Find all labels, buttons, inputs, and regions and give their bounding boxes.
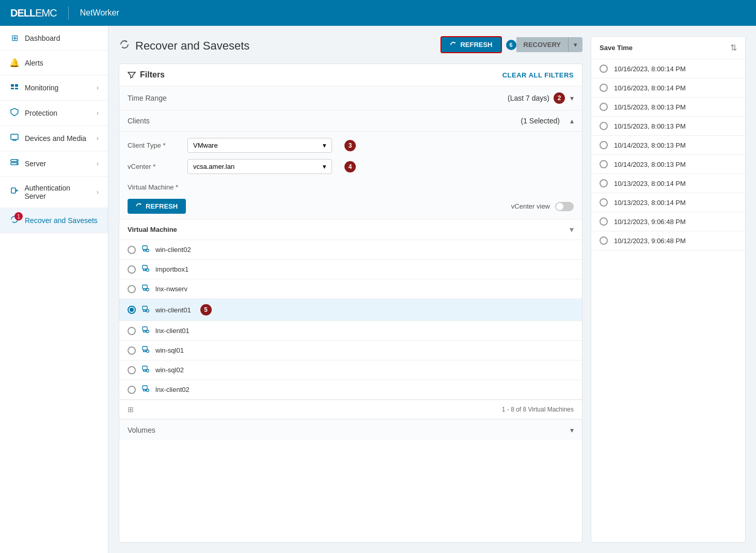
radio-button[interactable] <box>128 306 136 314</box>
table-row[interactable]: lnx-nwserv <box>119 279 582 299</box>
list-item[interactable]: 10/16/2023, 8:00:14 PM <box>591 78 745 98</box>
list-item[interactable]: 10/12/2023, 9:06:48 PM <box>591 231 745 250</box>
sidebar-item-alerts[interactable]: 🔔 Alerts <box>0 51 108 75</box>
radio-button[interactable] <box>600 84 608 92</box>
save-time-value: 10/13/2023, 8:00:14 PM <box>614 180 686 187</box>
vm-name: win-sql02 <box>155 366 184 374</box>
table-row[interactable]: win-client02 <box>119 240 582 260</box>
sidebar: ⊞ Dashboard 🔔 Alerts Monitoring › Protec… <box>0 26 108 553</box>
radio-button[interactable] <box>128 386 136 394</box>
radio-button[interactable] <box>128 346 136 355</box>
list-item[interactable]: 10/14/2023, 8:00:13 PM <box>591 136 745 155</box>
page-title-icon <box>119 39 130 53</box>
radio-button[interactable] <box>600 198 608 207</box>
radio-button[interactable] <box>600 65 608 73</box>
radio-button[interactable] <box>600 236 608 245</box>
radio-button[interactable] <box>600 217 608 226</box>
vm-name: importbox1 <box>155 265 188 273</box>
table-row[interactable]: lnx-client02 <box>119 380 582 400</box>
vm-name: lnx-client01 <box>155 327 190 335</box>
sidebar-item-label: Recover and Savesets <box>25 216 98 225</box>
save-time-value: 10/15/2023, 8:00:13 PM <box>614 103 686 111</box>
action-refresh-button[interactable]: REFRESH <box>440 36 501 53</box>
table-row[interactable]: win-sql02 <box>119 360 582 380</box>
radio-button[interactable] <box>128 246 136 254</box>
columns-icon[interactable]: ⊞ <box>128 405 134 414</box>
svg-rect-25 <box>143 386 147 389</box>
radio-button[interactable] <box>600 103 608 111</box>
list-item[interactable]: 10/15/2023, 8:00:13 PM <box>591 117 745 136</box>
table-row[interactable]: win-sql01 <box>119 341 582 360</box>
table-row[interactable]: importbox1 <box>119 260 582 279</box>
volumes-chevron[interactable]: ▾ <box>570 426 574 434</box>
radio-button[interactable] <box>600 179 608 187</box>
radio-button[interactable] <box>128 366 136 374</box>
clients-selected-value: (1 Selected) <box>521 117 560 125</box>
recovery-dropdown-button[interactable]: ▾ <box>568 37 582 52</box>
vm-icon <box>142 285 149 293</box>
sidebar-item-server[interactable]: Server › <box>0 151 108 177</box>
vcenter-view-toggle[interactable] <box>555 202 574 211</box>
list-item[interactable]: 10/15/2023, 8:00:13 PM <box>591 98 745 117</box>
radio-button[interactable] <box>128 285 136 293</box>
main-layout: ⊞ Dashboard 🔔 Alerts Monitoring › Protec… <box>0 26 756 553</box>
sidebar-item-protection[interactable]: Protection › <box>0 101 108 126</box>
sidebar-item-recover-and-savesets[interactable]: Recover and Savesets 1 <box>0 208 108 233</box>
list-item[interactable]: 10/13/2023, 8:00:14 PM <box>591 174 745 193</box>
client-type-select[interactable]: VMware ▾ <box>187 138 332 153</box>
clients-chevron[interactable]: ▴ <box>570 117 574 125</box>
sidebar-item-label: Dashboard <box>25 34 60 42</box>
sidebar-item-authentication-server[interactable]: Authentication Server › <box>0 177 108 208</box>
vm-table-footer: ⊞ 1 - 8 of 8 Virtual Machines <box>119 400 582 419</box>
vcenter-view-label: vCenter view <box>511 202 550 210</box>
filters-title: Filters <box>128 70 165 80</box>
product-name: NetWorker <box>80 8 119 18</box>
chevron-icon: › <box>97 84 99 91</box>
save-time-value: 10/15/2023, 8:00:13 PM <box>614 122 686 130</box>
svg-point-8 <box>17 160 18 161</box>
sidebar-item-dashboard[interactable]: ⊞ Dashboard <box>0 26 108 51</box>
table-row[interactable]: win-client01 5 <box>119 299 582 321</box>
vm-filter-icon[interactable]: ▾ <box>570 225 574 234</box>
refresh-button[interactable]: REFRESH <box>128 199 186 214</box>
vm-count: 1 - 8 of 8 Virtual Machines <box>502 406 574 413</box>
chevron-icon: › <box>97 109 99 117</box>
vcenter-select[interactable]: vcsa.amer.lan ▾ <box>187 159 332 174</box>
svg-point-22 <box>147 350 149 353</box>
sidebar-item-label: Server <box>25 160 46 168</box>
list-item[interactable]: 10/14/2023, 8:00:13 PM <box>591 155 745 174</box>
sidebar-item-label: Protection <box>25 109 57 117</box>
vm-icon <box>142 245 149 254</box>
sidebar-item-devices-and-media[interactable]: Devices and Media › <box>0 126 108 151</box>
volumes-row[interactable]: Volumes ▾ <box>119 419 582 440</box>
vcenter-badge: 4 <box>344 161 356 172</box>
clear-filters-button[interactable]: CLEAR ALL FILTERS <box>502 71 574 79</box>
sort-icon[interactable]: ⇅ <box>730 43 737 53</box>
radio-button[interactable] <box>128 327 136 335</box>
radio-button[interactable] <box>128 265 136 274</box>
client-type-value: VMware <box>193 141 218 149</box>
list-item[interactable]: 10/13/2023, 8:00:14 PM <box>591 193 745 212</box>
table-row[interactable]: lnx-client01 <box>119 321 582 341</box>
vm-table-section: Virtual Machine ▾ win-client02 <box>119 219 582 419</box>
sidebar-item-monitoring[interactable]: Monitoring › <box>0 75 108 101</box>
time-range-value: (Last 7 days) <box>220 94 549 102</box>
recovery-main-button[interactable]: RECOVERY <box>516 37 568 52</box>
list-item[interactable]: 10/12/2023, 9:06:48 PM <box>591 212 745 231</box>
vm-label-row: Virtual Machine * <box>119 178 582 194</box>
radio-button[interactable] <box>600 122 608 130</box>
svg-rect-2 <box>11 88 14 89</box>
chevron-icon: › <box>97 188 99 196</box>
right-panel: Save Time ⇅ 10/16/2023, 8:00:14 PM 10/16… <box>591 36 746 543</box>
vm-icon <box>142 346 149 355</box>
list-item[interactable]: 10/16/2023, 8:00:14 PM <box>591 59 745 78</box>
radio-button[interactable] <box>600 141 608 149</box>
svg-point-14 <box>147 269 149 272</box>
time-range-chevron[interactable]: ▾ <box>570 94 574 102</box>
radio-button[interactable] <box>600 160 608 168</box>
vm-table-header: Virtual Machine ▾ <box>119 219 582 240</box>
vcenter-dropdown-icon: ▾ <box>323 163 326 170</box>
svg-rect-11 <box>143 246 147 249</box>
content-area: Recover and Savesets REFRESH 6 RECOVERY … <box>108 26 756 553</box>
svg-point-24 <box>147 370 149 372</box>
